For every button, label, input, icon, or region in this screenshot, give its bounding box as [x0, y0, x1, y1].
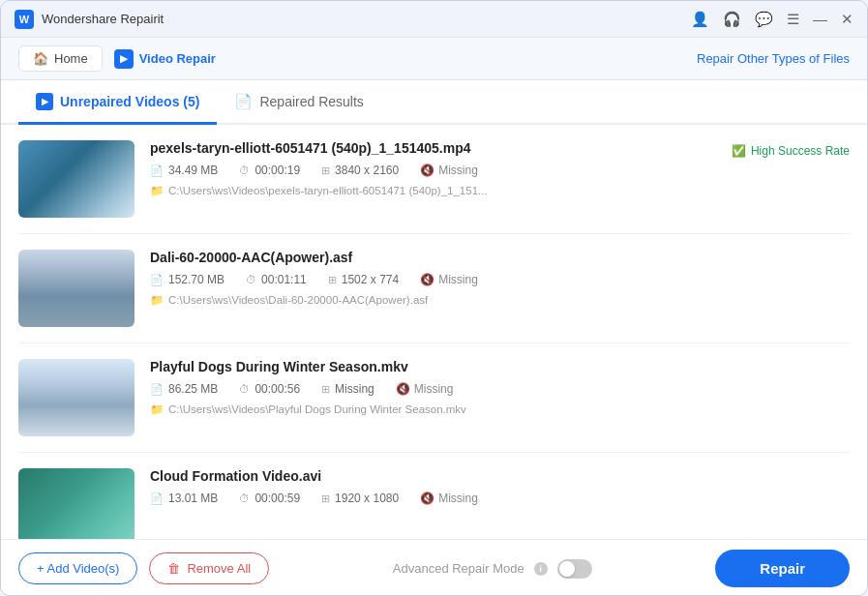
success-icon-1: ✅ [732, 144, 746, 158]
folder-icon-1: 📁 [150, 184, 164, 197]
remove-all-button[interactable]: 🗑 Remove All [149, 552, 269, 584]
navbar-left: 🏠 Home ▶ Video Repair [18, 45, 216, 72]
video-resolution-4: ⊞ 1920 x 1080 [321, 492, 399, 505]
advanced-mode-toggle[interactable] [557, 559, 592, 579]
list-item: Cloud Formation Video.avi 📄 13.01 MB ⏱ 0… [18, 453, 850, 539]
resolution-icon-1: ⊞ [321, 164, 330, 177]
clock-icon-4: ⏱ [239, 492, 250, 504]
item-right-1: ✅ High Success Rate [724, 140, 850, 158]
video-resolution-1: ⊞ 3840 x 2160 [321, 164, 399, 177]
video-info-2: Dali-60-20000-AAC(Apower).asf 📄 152.70 M… [150, 250, 850, 307]
video-audio-4: 🔇 Missing [420, 492, 478, 505]
video-info-1: pexels-taryn-elliott-6051471 (540p)_1_15… [150, 140, 708, 197]
video-duration-3: ⏱ 00:00:56 [239, 382, 300, 396]
video-name-4: Cloud Formation Video.avi [150, 468, 850, 484]
tabs-bar: ▶ Unrepaired Videos (5) 📄 Repaired Resul… [1, 80, 867, 125]
video-thumbnail-2 [18, 250, 135, 327]
titlebar-left: W Wondershare Repairit [15, 10, 164, 29]
app-name: Wondershare Repairit [42, 12, 164, 26]
user-icon[interactable]: 👤 [691, 11, 709, 28]
repaired-tab-icon: 📄 [234, 93, 253, 110]
video-resolution-3: ⊞ Missing [321, 382, 374, 396]
tab-unrepaired-videos[interactable]: ▶ Unrepaired Videos (5) [18, 80, 217, 125]
video-resolution-2: ⊞ 1502 x 774 [328, 273, 399, 286]
clock-icon-3: ⏱ [239, 383, 250, 395]
add-video-button[interactable]: + Add Video(s) [18, 552, 137, 584]
resolution-icon-4: ⊞ [321, 492, 330, 505]
list-item: Dali-60-20000-AAC(Apower).asf 📄 152.70 M… [18, 234, 850, 343]
list-item: Playful Dogs During Winter Season.mkv 📄 … [18, 343, 850, 453]
success-badge-1: ✅ High Success Rate [732, 144, 850, 158]
clock-icon-2: ⏱ [246, 274, 256, 285]
video-meta-3: 📄 86.25 MB ⏱ 00:00:56 ⊞ Missing 🔇 Missin… [150, 382, 850, 396]
tab-repaired-results[interactable]: 📄 Repaired Results [217, 80, 380, 125]
chat-icon[interactable]: 💬 [755, 11, 773, 28]
video-size-4: 📄 13.01 MB [150, 492, 218, 505]
video-name-3: Playful Dogs During Winter Season.mkv [150, 359, 850, 374]
repair-other-link[interactable]: Repair Other Types of Files [697, 51, 850, 66]
bottom-left-buttons: + Add Video(s) 🗑 Remove All [18, 552, 269, 584]
video-audio-3: 🔇 Missing [396, 382, 454, 396]
home-label: Home [54, 51, 88, 66]
video-duration-1: ⏱ 00:00:19 [239, 164, 300, 177]
bottom-bar: + Add Video(s) 🗑 Remove All Advanced Rep… [1, 539, 867, 596]
unrepaired-tab-icon: ▶ [36, 93, 53, 110]
video-size-3: 📄 86.25 MB [150, 382, 218, 396]
audio-icon-2: 🔇 [420, 273, 434, 286]
video-name-2: Dali-60-20000-AAC(Apower).asf [150, 250, 850, 265]
remove-label: Remove All [187, 561, 251, 576]
audio-icon-1: 🔇 [420, 164, 434, 177]
video-audio-1: 🔇 Missing [420, 164, 478, 177]
video-duration-2: ⏱ 00:01:11 [246, 273, 307, 286]
trash-icon: 🗑 [167, 561, 180, 576]
file-icon-3: 📄 [150, 383, 164, 396]
resolution-icon-2: ⊞ [328, 274, 337, 286]
tab-repaired-label: Repaired Results [259, 94, 363, 109]
video-size-1: 📄 34.49 MB [150, 164, 218, 177]
titlebar-controls: 👤 🎧 💬 ☰ — ✕ [691, 11, 853, 28]
headset-icon[interactable]: 🎧 [723, 11, 741, 28]
video-info-4: Cloud Formation Video.avi 📄 13.01 MB ⏱ 0… [150, 468, 850, 512]
menu-icon[interactable]: ☰ [787, 11, 799, 28]
close-icon[interactable]: ✕ [841, 11, 853, 28]
video-duration-4: ⏱ 00:00:59 [239, 492, 300, 505]
advanced-mode-label: Advanced Repair Mode [393, 561, 524, 576]
video-meta-1: 📄 34.49 MB ⏱ 00:00:19 ⊞ 3840 x 2160 🔇 Mi… [150, 164, 708, 177]
audio-icon-4: 🔇 [420, 492, 434, 505]
video-repair-label: Video Repair [139, 51, 216, 66]
video-path-2: 📁 C:\Users\ws\Videos\Dali-60-20000-AAC(A… [150, 293, 850, 307]
video-path-1: 📁 C:\Users\ws\Videos\pexels-taryn-elliot… [150, 184, 708, 197]
video-thumbnail-1 [18, 140, 135, 218]
file-icon-2: 📄 [150, 274, 164, 286]
repair-button[interactable]: Repair [715, 550, 850, 587]
toggle-knob [559, 561, 575, 577]
tab-unrepaired-label: Unrepaired Videos (5) [60, 94, 199, 109]
video-info-3: Playful Dogs During Winter Season.mkv 📄 … [150, 359, 850, 416]
clock-icon-1: ⏱ [239, 164, 250, 176]
app-logo: W [15, 10, 34, 29]
info-icon[interactable]: i [534, 562, 548, 576]
minimize-icon[interactable]: — [813, 11, 827, 27]
video-repair-icon: ▶ [114, 49, 134, 69]
video-size-2: 📄 152.70 MB [150, 273, 224, 286]
list-item: pexels-taryn-elliott-6051471 (540p)_1_15… [18, 125, 850, 234]
video-path-3: 📁 C:\Users\ws\Videos\Playful Dogs During… [150, 402, 850, 416]
home-icon: 🏠 [33, 51, 48, 66]
resolution-icon-3: ⊞ [321, 383, 330, 396]
titlebar: W Wondershare Repairit 👤 🎧 💬 ☰ — ✕ [1, 1, 867, 38]
video-audio-2: 🔇 Missing [420, 273, 478, 286]
video-meta-4: 📄 13.01 MB ⏱ 00:00:59 ⊞ 1920 x 1080 🔇 Mi… [150, 492, 850, 505]
video-meta-2: 📄 152.70 MB ⏱ 00:01:11 ⊞ 1502 x 774 🔇 Mi… [150, 273, 850, 286]
folder-icon-2: 📁 [150, 293, 164, 307]
advanced-mode-control: Advanced Repair Mode i [393, 559, 592, 579]
home-button[interactable]: 🏠 Home [18, 45, 103, 72]
video-thumbnail-4 [18, 468, 135, 539]
video-thumbnail-3 [18, 359, 135, 436]
navbar: 🏠 Home ▶ Video Repair Repair Other Types… [1, 38, 867, 80]
audio-icon-3: 🔇 [396, 382, 410, 396]
file-icon-1: 📄 [150, 164, 164, 177]
file-icon-4: 📄 [150, 492, 164, 505]
folder-icon-3: 📁 [150, 402, 164, 416]
video-repair-nav: ▶ Video Repair [114, 49, 216, 69]
video-name-1: pexels-taryn-elliott-6051471 (540p)_1_15… [150, 140, 708, 156]
